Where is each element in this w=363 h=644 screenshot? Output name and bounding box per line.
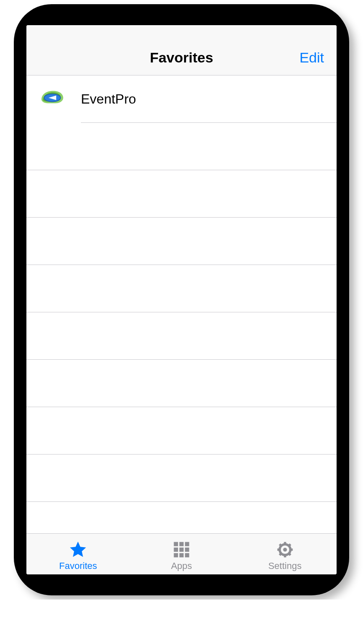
empty-row — [26, 218, 337, 265]
tab-settings[interactable]: Settings — [233, 534, 337, 574]
svg-rect-9 — [179, 553, 184, 557]
svg-rect-7 — [185, 547, 189, 551]
gear-icon — [275, 540, 296, 560]
svg-rect-5 — [174, 547, 178, 551]
phone-frame: Favorites Edit EventPro — [14, 4, 349, 595]
svg-line-17 — [280, 544, 281, 545]
empty-row — [26, 265, 337, 312]
svg-rect-6 — [179, 547, 184, 551]
edit-button[interactable]: Edit — [299, 49, 324, 66]
empty-row — [26, 502, 337, 533]
svg-rect-4 — [185, 542, 189, 546]
list-item-label: EventPro — [81, 91, 136, 107]
svg-rect-8 — [174, 553, 178, 557]
empty-row — [26, 407, 337, 454]
svg-rect-3 — [179, 542, 184, 546]
empty-row — [26, 312, 337, 360]
tab-bar: Favorites Apps — [26, 533, 337, 574]
page-title: Favorites — [150, 49, 213, 66]
svg-rect-2 — [174, 542, 178, 546]
grid-icon — [171, 540, 192, 560]
svg-point-12 — [283, 548, 287, 551]
tab-label: Apps — [171, 561, 192, 571]
star-icon — [67, 540, 88, 560]
tab-apps[interactable]: Apps — [130, 534, 233, 574]
list-item[interactable]: EventPro — [26, 75, 337, 123]
empty-row — [26, 123, 337, 170]
svg-line-20 — [289, 544, 290, 545]
svg-rect-10 — [185, 553, 189, 557]
tab-label: Settings — [268, 561, 302, 571]
svg-line-19 — [280, 553, 281, 555]
favorites-list[interactable]: EventPro — [26, 75, 337, 533]
empty-row — [26, 360, 337, 407]
empty-row — [26, 454, 337, 502]
screen: Favorites Edit EventPro — [26, 25, 337, 574]
empty-row — [26, 170, 337, 218]
tab-label: Favorites — [59, 561, 97, 571]
svg-line-18 — [289, 553, 290, 555]
navigation-bar: Favorites Edit — [26, 25, 337, 75]
eventpro-logo-icon — [35, 87, 68, 112]
tab-favorites[interactable]: Favorites — [26, 534, 130, 574]
